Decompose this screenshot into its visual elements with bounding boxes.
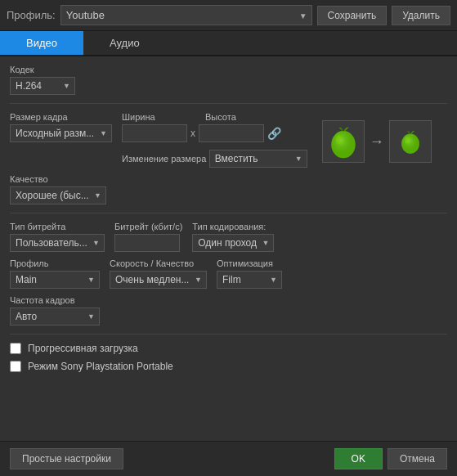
profile-field-wrapper: Main ▼ <box>10 271 100 289</box>
bitrate-type-select[interactable]: Пользователь... <box>10 234 105 252</box>
divider-2 <box>10 213 447 213</box>
resize-group: Изменение размера Вместить ▼ <box>122 148 307 168</box>
x-separator: x <box>190 128 195 139</box>
bottom-bar: Простые настройки OK Отмена <box>0 441 457 476</box>
quality-group: Качество Хорошее (быс... ▼ <box>10 174 106 204</box>
profile-speed-row: Профиль Main ▼ Скорость / Качество Очень… <box>10 258 447 289</box>
svg-point-1 <box>331 131 355 158</box>
quality-select-wrapper: Хорошее (быс... ▼ <box>10 186 106 204</box>
profile-group: Профиль Main ▼ <box>10 258 100 289</box>
content-area: Кодек H.264 ▼ Размер кадра Исходный разм… <box>0 56 457 441</box>
quality-label: Качество <box>10 174 106 184</box>
codec-row: Кодек H.264 ▼ <box>10 65 447 95</box>
encoding-type-group: Тип кодирования: Один проход ▼ <box>192 222 274 252</box>
save-button[interactable]: Сохранить <box>317 6 388 25</box>
profile-label: Профиль: <box>7 9 56 21</box>
resize-select[interactable]: Вместить <box>209 150 307 168</box>
arrow-right-icon: → <box>370 133 384 150</box>
encoding-type-select[interactable]: Один проход <box>192 234 274 252</box>
fps-wrapper: Авто ▼ <box>10 308 100 326</box>
header-bar: Профиль: Youtube ▼ Сохранить Удалить <box>0 0 457 31</box>
sony-checkbox[interactable] <box>10 361 21 372</box>
bitrate-input[interactable]: 20000 <box>114 234 180 252</box>
encoding-type-select-wrapper: Один проход ▼ <box>192 234 274 252</box>
progressive-checkbox[interactable] <box>10 343 21 354</box>
apple-small-icon <box>397 128 424 155</box>
profile-select[interactable]: Youtube <box>60 5 312 25</box>
profile-field-label: Профиль <box>10 258 100 268</box>
sony-label: Режим Sony Playstation Portable <box>28 361 173 372</box>
wh-group: Ширина Высота x 🔗 Изменение размера Вмес… <box>122 112 307 168</box>
fps-group: Частота кадров Авто ▼ <box>10 295 100 326</box>
quality-row: Качество Хорошее (быс... ▼ <box>10 174 447 204</box>
svg-point-5 <box>405 137 409 143</box>
apple-before <box>322 120 365 163</box>
divider-1 <box>10 103 447 104</box>
tab-video[interactable]: Видео <box>0 31 83 55</box>
optimization-select[interactable]: Film <box>217 271 282 289</box>
optimization-label: Оптимизация <box>217 258 282 268</box>
resize-select-wrapper: Вместить ▼ <box>209 150 307 168</box>
speed-quality-wrapper: Очень медлен... ▼ <box>110 271 207 289</box>
resize-label: Изменение размера <box>122 154 206 164</box>
cancel-button[interactable]: Отмена <box>388 448 447 469</box>
bitrate-type-select-wrapper: Пользователь... ▼ <box>10 234 105 252</box>
codec-select[interactable]: H.264 <box>10 77 75 95</box>
profile-field-select[interactable]: Main <box>10 271 100 289</box>
tab-bar: Видео Аудио <box>0 31 457 56</box>
wh-inputs: x 🔗 <box>122 124 307 142</box>
profile-select-wrapper: Youtube ▼ <box>60 5 312 25</box>
apple-after <box>389 120 432 163</box>
bitrate-row: Тип битрейта Пользователь... ▼ Битрейт (… <box>10 222 447 252</box>
fps-label: Частота кадров <box>10 295 100 305</box>
quality-select[interactable]: Хорошее (быс... <box>10 186 106 204</box>
frame-size-select-wrapper: Исходный разм... ▼ <box>10 124 112 142</box>
speed-quality-label: Скорость / Качество <box>110 258 207 268</box>
width-input[interactable] <box>122 124 187 142</box>
frame-size-group: Размер кадра Исходный разм... ▼ <box>10 112 112 142</box>
progressive-row: Прогрессивная загрузка <box>10 343 447 354</box>
codec-label: Кодек <box>10 65 75 74</box>
sony-row: Режим Sony Playstation Portable <box>10 361 447 372</box>
main-window: Профиль: Youtube ▼ Сохранить Удалить Вид… <box>0 0 457 476</box>
frame-size-label: Размер кадра <box>10 112 112 122</box>
speed-quality-select[interactable]: Очень медлен... <box>110 271 207 289</box>
preview-area: → <box>322 120 432 163</box>
bitrate-value-group: Битрейт (кбит/с) 20000 <box>114 222 182 252</box>
delete-button[interactable]: Удалить <box>392 6 450 25</box>
encoding-type-label: Тип кодирования: <box>192 222 274 231</box>
frame-size-select[interactable]: Исходный разм... <box>10 124 112 142</box>
bitrate-type-group: Тип битрейта Пользователь... ▼ <box>10 222 105 252</box>
svg-point-2 <box>335 135 341 144</box>
fps-select[interactable]: Авто <box>10 308 100 326</box>
ok-button[interactable]: OK <box>334 448 383 469</box>
codec-group: Кодек H.264 ▼ <box>10 65 75 95</box>
bitrate-label: Битрейт (кбит/с) <box>114 222 182 231</box>
progressive-label: Прогрессивная загрузка <box>28 343 138 354</box>
bitrate-type-label: Тип битрейта <box>10 222 105 231</box>
height-label: Высота <box>205 112 236 122</box>
tab-audio[interactable]: Аудио <box>83 31 166 55</box>
divider-3 <box>10 334 447 335</box>
simple-settings-button[interactable]: Простые настройки <box>10 448 123 469</box>
frame-size-row: Размер кадра Исходный разм... ▼ Ширина В… <box>10 112 447 168</box>
apple-large-icon <box>325 123 362 160</box>
wh-labels: Ширина Высота <box>122 112 307 122</box>
height-input[interactable] <box>199 124 264 142</box>
width-label: Ширина <box>122 112 187 122</box>
codec-select-wrapper: H.264 ▼ <box>10 77 75 95</box>
optimization-group: Оптимизация Film ▼ <box>217 258 282 289</box>
fps-row: Частота кадров Авто ▼ <box>10 295 447 326</box>
speed-quality-group: Скорость / Качество Очень медлен... ▼ <box>110 258 207 289</box>
svg-point-4 <box>401 133 419 153</box>
optimization-wrapper: Film ▼ <box>217 271 282 289</box>
link-icon[interactable]: 🔗 <box>267 127 281 140</box>
